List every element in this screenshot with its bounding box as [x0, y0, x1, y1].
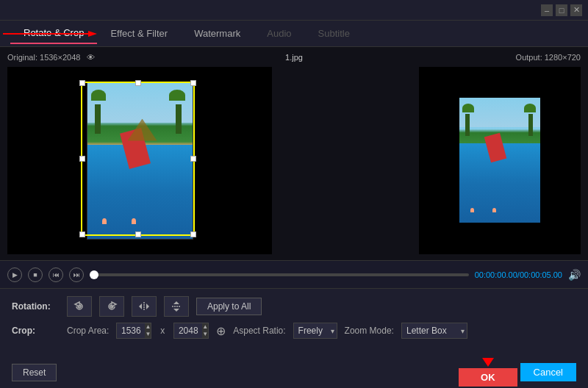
crop-maximize-icon[interactable]: ⊕ — [216, 324, 226, 338]
time-display: 00:00:00.00/00:00:05.00 — [475, 270, 562, 279]
reset-button[interactable]: Reset — [12, 364, 57, 381]
ok-button[interactable]: OK — [459, 368, 517, 387]
prev-button[interactable]: ⏮ — [49, 267, 63, 282]
title-bar: – □ ✕ — [0, 0, 588, 21]
next-button[interactable]: ⏭ — [69, 267, 84, 282]
preview-left — [7, 67, 272, 254]
crop-width-spin: ▲ ▼ — [145, 323, 151, 338]
crop-area-label: Crop Area: — [67, 326, 109, 336]
volume-icon[interactable]: 🔊 — [568, 269, 581, 281]
tab-audio: Audio — [254, 24, 304, 43]
crop-width-input[interactable] — [117, 323, 145, 338]
tab-subtitle: Subtitle — [305, 24, 363, 43]
zoom-mode-select-wrap: Letter Box Pan & Scan Full — [401, 323, 467, 339]
crop-label: Crop: — [12, 326, 60, 336]
timeline-thumb[interactable] — [90, 270, 98, 279]
crop-row: Crop: Crop Area: ▲ ▼ x ▲ ▼ ⊕ Aspect Rati… — [12, 323, 576, 339]
flip-h-icon — [138, 301, 150, 312]
crop-handle-tl[interactable] — [79, 80, 85, 86]
original-size-text: Original: 1536×2048 — [7, 53, 80, 62]
close-button[interactable]: ✕ — [570, 4, 582, 16]
svg-marker-6 — [173, 301, 179, 304]
rotation-row: Rotation: Apply to All — [12, 296, 576, 317]
crop-height-input-wrap: ▲ ▼ — [173, 323, 209, 339]
crop-handle-ml[interactable] — [79, 156, 85, 162]
ok-down-arrow — [482, 358, 494, 367]
controls-area: Rotation: Apply to All Crop: Crop Area: — [0, 288, 588, 352]
output-size-label: Output: 1280×720 — [516, 53, 581, 62]
rotate-left-button[interactable] — [67, 296, 92, 317]
crop-width-up[interactable]: ▲ — [145, 323, 151, 331]
zoom-mode-label: Zoom Mode: — [345, 326, 394, 336]
stop-button[interactable]: ■ — [28, 267, 43, 282]
eye-icon[interactable]: 👁 — [87, 53, 95, 62]
rotation-label: Rotation: — [12, 301, 60, 312]
svg-marker-7 — [173, 309, 179, 312]
tab-watermark[interactable]: Watermark — [181, 24, 254, 43]
aspect-ratio-label: Aspect Ratio: — [233, 326, 285, 336]
playback-bar: ▶ ■ ⏮ ⏭ 00:00:00.00/00:00:05.00 🔊 — [0, 260, 588, 288]
ok-arrow-container: OK — [459, 358, 517, 387]
apply-all-button[interactable]: Apply to All — [196, 298, 262, 315]
flip-v-button[interactable] — [164, 296, 189, 317]
minimize-button[interactable]: – — [541, 4, 553, 16]
rotate-right-button[interactable] — [99, 296, 124, 317]
tab-subtitle-label: Subtitle — [318, 28, 350, 39]
crop-height-down[interactable]: ▼ — [202, 331, 208, 338]
tab-audio-label: Audio — [267, 28, 291, 39]
crop-height-spin: ▲ ▼ — [202, 323, 208, 338]
preview-area: Original: 1536×2048 👁 1.jpg Output: 1280… — [0, 47, 588, 260]
svg-marker-3 — [139, 303, 142, 309]
crop-handle-bl[interactable] — [79, 231, 85, 237]
svg-marker-4 — [146, 303, 149, 309]
aspect-ratio-select-wrap: Freely 16:9 4:3 1:1 9:16 — [293, 323, 337, 339]
crop-width-input-wrap: ▲ ▼ — [116, 323, 151, 339]
tab-arrow-indicator — [1, 28, 97, 40]
play-button[interactable]: ▶ — [7, 267, 22, 282]
bottom-row: Reset OK Cancel — [0, 352, 588, 388]
tabs-container: Rotate & Crop Effect & Filter Watermark … — [0, 21, 588, 47]
tab-effect-filter-label: Effect & Filter — [110, 28, 168, 39]
crop-height-up[interactable]: ▲ — [202, 323, 208, 331]
zoom-mode-select[interactable]: Letter Box Pan & Scan Full — [401, 323, 467, 339]
action-buttons: OK Cancel — [459, 358, 576, 387]
crop-height-input[interactable] — [174, 323, 202, 338]
x-separator: x — [160, 326, 165, 336]
rotate-right-icon — [106, 301, 118, 312]
original-size-label: Original: 1536×2048 👁 — [7, 53, 95, 62]
tab-effect-filter[interactable]: Effect & Filter — [97, 24, 181, 43]
timeline-track[interactable] — [90, 273, 469, 276]
crop-width-down[interactable]: ▼ — [145, 331, 151, 338]
current-time: 00:00:00.00 — [475, 270, 517, 279]
preview-right — [419, 67, 581, 254]
maximize-button[interactable]: □ — [556, 4, 567, 16]
aspect-ratio-select[interactable]: Freely 16:9 4:3 1:1 9:16 — [293, 323, 337, 339]
filename-label: 1.jpg — [285, 53, 303, 62]
svg-marker-1 — [88, 31, 97, 37]
flip-v-icon — [171, 301, 182, 312]
cancel-button[interactable]: Cancel — [520, 363, 576, 381]
rotate-left-icon — [74, 301, 85, 312]
tab-watermark-label: Watermark — [194, 28, 240, 39]
total-time: 00:00:05.00 — [520, 270, 562, 279]
flip-h-button[interactable] — [132, 296, 157, 317]
